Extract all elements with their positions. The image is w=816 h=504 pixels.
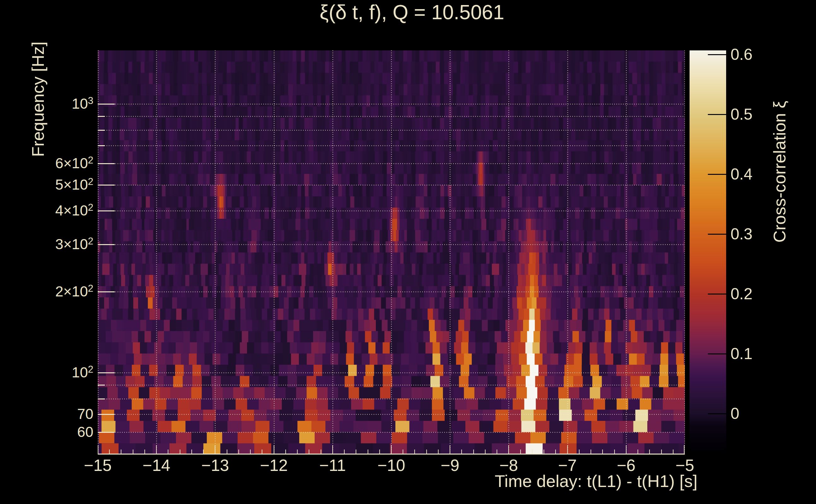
colorbar-label: Cross-correlation ξ xyxy=(769,30,790,313)
x-tick-label: −11 xyxy=(308,456,358,474)
x-tick-label: −12 xyxy=(249,456,299,474)
y-tick-label: 103 xyxy=(0,95,93,112)
colorbar-tick-label: 0.3 xyxy=(731,226,753,242)
x-tick-label: −7 xyxy=(542,456,593,474)
y-tick-label: 70 xyxy=(0,405,93,422)
heatmap-canvas xyxy=(98,50,685,455)
chart-title: ξ(δ t, f), Q = 10.5061 xyxy=(98,1,726,24)
y-tick-label: 3×102 xyxy=(0,236,93,253)
x-tick-label: −15 xyxy=(72,456,123,474)
colorbar-tick-label: 0.1 xyxy=(731,346,753,362)
y-tick-label: 6×102 xyxy=(0,155,93,172)
colorbar-tick-label: 0 xyxy=(731,405,739,422)
y-tick-label: 102 xyxy=(0,364,93,381)
colorbar-tick-label: 0.4 xyxy=(731,166,753,182)
x-tick-label: −9 xyxy=(425,456,475,474)
colorbar-tick-label: 0.6 xyxy=(731,46,753,63)
x-tick-label: −13 xyxy=(190,456,240,474)
x-tick-label: −5 xyxy=(660,456,710,474)
figure: ξ(δ t, f), Q = 10.5061 Frequency [Hz] Ti… xyxy=(0,0,816,504)
colorbar-canvas xyxy=(690,50,726,453)
x-axis-label: Time delay: t(L1) - t(H1) [s] xyxy=(495,471,698,491)
y-tick-label: 4×102 xyxy=(0,202,93,219)
colorbar-tick-label: 0.2 xyxy=(731,286,753,302)
y-tick-label: 2×102 xyxy=(0,283,93,300)
y-tick-label: 5×102 xyxy=(0,176,93,193)
x-tick-label: −14 xyxy=(131,456,181,474)
y-tick-label: 60 xyxy=(0,423,93,440)
x-tick-label: −8 xyxy=(483,456,534,474)
colorbar-tick-label: 0.5 xyxy=(731,106,753,123)
x-tick-label: −10 xyxy=(366,456,417,474)
x-tick-label: −6 xyxy=(601,456,652,474)
